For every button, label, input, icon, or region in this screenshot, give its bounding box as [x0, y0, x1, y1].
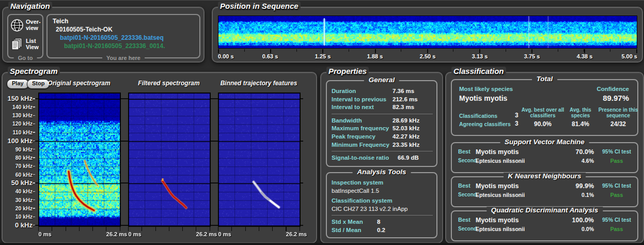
general-title: General	[364, 76, 399, 84]
overview-button[interactable]: Over- view	[10, 18, 41, 34]
property-row: Signal-to-noise ratio66.9 dB	[332, 154, 433, 162]
std-x-mean-row: Std x Mean8	[332, 218, 433, 226]
seq-tick-label: 0.00 s	[218, 53, 234, 59]
seq-tick-label: 2.50 s	[420, 53, 436, 59]
general-group: General Duration7.36 ms Interval to prev…	[326, 80, 437, 167]
you-are-here-group: Teich 20160505-Teich-OK batpi01-N-201605…	[46, 14, 200, 58]
seq-tick-label: 3.75 s	[524, 53, 540, 59]
freq-label: 0 kHz	[3, 221, 33, 229]
knn-group: K Nearest Neighbours Best Myotis myotis …	[451, 176, 638, 207]
breadcrumb-call-file[interactable]: batpi01-N-20160505_223336_0014.	[64, 42, 165, 50]
list-pages-icon	[11, 37, 24, 53]
time-start-label: 0 ms	[218, 231, 231, 237]
freq-label: 70 kHz	[3, 163, 33, 169]
freq-label: 120 kHz	[3, 120, 33, 127]
property-row: Peak frequency42.27 kHz	[332, 133, 433, 141]
time-end-label: 26.2 ms	[196, 231, 217, 237]
time-start-label: 0 ms	[128, 231, 141, 237]
navigation-title: Navigation	[8, 2, 52, 10]
agreeing-classifiers-label: Agreeing classifiers	[459, 121, 511, 127]
stop-button[interactable]: Stop	[27, 79, 50, 89]
breadcrumb-session[interactable]: 20160505-Teich-OK	[56, 26, 113, 33]
analysis-tools-group: Analysis Tools Inspection system batInsp…	[326, 172, 437, 238]
property-row: Interval to previous212.6 ms	[332, 96, 433, 104]
navigation-panel: Navigation Over- view	[2, 7, 205, 63]
freq-label: 20 kHz	[3, 205, 33, 211]
qda-group: Quadratic Discriminant Analysis Best Myo…	[451, 210, 638, 241]
sequence-spectrogram-strip[interactable]	[218, 16, 637, 49]
freq-label: 90 kHz	[3, 146, 33, 152]
you-are-here-label: You are here	[102, 55, 145, 62]
classification-system-value: CIC CH27 23 113 v2.2 inApp	[332, 205, 433, 213]
freq-label: 40 kHz	[3, 188, 33, 194]
seq-tick-label: 0.63 s	[262, 53, 278, 59]
xaxis-original	[38, 226, 121, 231]
seq-tick-label: 1.25 s	[315, 53, 331, 59]
freq-label: 50 kHz	[3, 179, 33, 187]
svm-group: Support Vector Machine Best Myotis myoti…	[451, 142, 638, 173]
overview-label: Over- view	[26, 19, 41, 31]
plot-title-binned: Binned trajectory features	[221, 80, 297, 87]
freq-label: 30 kHz	[3, 197, 33, 203]
classification-title: Classification	[451, 67, 506, 75]
listview-label: List View	[26, 38, 39, 50]
classifications-label: Classifications	[459, 113, 497, 119]
presence-column: Presence in this sequence 24/32	[595, 107, 641, 128]
property-row: Bandwidth28.69 kHz	[332, 117, 433, 125]
divider	[332, 114, 433, 114]
most-likely-species-label: Most likely species	[459, 86, 513, 92]
property-row: Duration7.36 ms	[332, 87, 433, 96]
seq-tick-label: 5.00 s	[621, 53, 637, 59]
binned-trajectory-plot	[218, 93, 301, 227]
window-bottom-edge	[0, 243, 644, 245]
properties-panel: Properties General Duration7.36 ms Inter…	[320, 72, 443, 243]
freq-label: 100 kHz	[3, 137, 33, 145]
avg-best-column: Avg. best over all classifiers 90.0%	[517, 107, 569, 128]
total-group: Total Most likely species Confidence Myo…	[451, 79, 638, 136]
original-spectrogram-plot	[38, 93, 121, 227]
play-button[interactable]: Play	[7, 79, 29, 89]
freq-label: 130 kHz	[3, 112, 33, 118]
confidence-label: Confidence	[596, 86, 629, 92]
property-row: Minimum Frequency23.35 kHz	[332, 141, 433, 149]
divider	[332, 215, 433, 216]
sequence-axis-minor-ticks	[218, 49, 637, 52]
most-likely-species-value: Myotis myotis	[459, 94, 507, 102]
avg-species-column: Avg. this species 81.4%	[565, 107, 596, 128]
time-end-label: 26.2 ms	[286, 231, 307, 237]
goto-group: Over- view List	[7, 14, 43, 58]
freq-label: 60 kHz	[3, 172, 33, 178]
position-in-sequence-panel: Position in Sequence 0.00 s 0.63 s 1.25 …	[212, 7, 643, 63]
plot-title-original: Original spectrogram	[48, 80, 110, 87]
breadcrumb-sequence-file[interactable]: batpi01-N-20160505_223336.batseq	[60, 34, 164, 41]
sequence-title: Position in Sequence	[218, 2, 301, 10]
listview-button[interactable]: List View	[10, 37, 41, 52]
inspection-system-label: Inspection system	[332, 179, 433, 187]
seq-tick-label: 1.88 s	[367, 53, 383, 59]
time-start-label: 0 ms	[38, 231, 51, 237]
divider	[332, 151, 433, 151]
freq-label: 80 kHz	[3, 155, 33, 161]
knn-title: K Nearest Neighbours	[504, 173, 586, 180]
plot-title-filtered: Filtered spectrogram	[138, 80, 199, 87]
qda-title: Quadratic Discriminant Analysis	[486, 207, 603, 214]
freq-label: 10 kHz	[3, 213, 33, 220]
confidence-value: 89.97%	[603, 94, 629, 102]
property-row: Maximum frequency52.03 kHz	[332, 125, 433, 133]
xaxis-filtered	[128, 226, 211, 231]
breadcrumb-site[interactable]: Teich	[53, 18, 68, 25]
seq-tick-label: 3.13 s	[472, 53, 488, 59]
time-end-label: 26.2 ms	[106, 231, 127, 237]
seq-tick-label: 4.38 s	[577, 53, 593, 59]
inspection-system-value: batInspectCall 1.5	[332, 187, 433, 195]
freq-label: 110 kHz	[3, 129, 33, 135]
spectrogram-title: Spectrogram	[8, 67, 60, 75]
total-title: Total	[532, 75, 558, 83]
svm-title: Support Vector Machine	[500, 139, 589, 146]
classification-panel: Classification Total Most likely species…	[445, 72, 644, 243]
properties-title: Properties	[326, 67, 369, 75]
goto-label: Go to	[14, 55, 37, 62]
analysis-tools-title: Analysis Tools	[353, 169, 411, 176]
freq-label: 140 kHz	[3, 104, 33, 110]
spectrogram-panel: Spectrogram Play Stop Original spectrogr…	[2, 72, 317, 243]
